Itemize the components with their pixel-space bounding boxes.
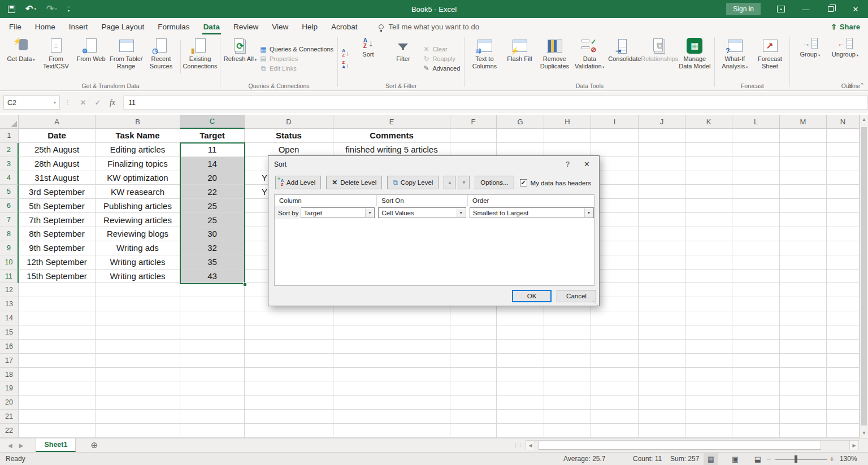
cell-L18[interactable] <box>732 368 780 382</box>
cell-D16[interactable] <box>245 340 333 354</box>
cell-L2[interactable] <box>732 143 780 157</box>
dialog-help-button[interactable]: ? <box>566 160 570 168</box>
status-count[interactable]: Count: 11 <box>633 455 662 463</box>
column-header-L[interactable]: L <box>732 115 780 129</box>
cell-M19[interactable] <box>780 381 827 396</box>
cell-A19[interactable] <box>19 381 96 396</box>
cell-M17[interactable] <box>780 354 827 368</box>
cell-M9[interactable] <box>780 241 827 255</box>
cell-K14[interactable] <box>685 311 732 325</box>
cell-J15[interactable] <box>639 325 685 340</box>
cell-C4[interactable]: 20 <box>180 171 245 185</box>
cell-L16[interactable] <box>732 340 780 354</box>
cell-C14[interactable] <box>180 311 245 325</box>
cell-J21[interactable] <box>639 410 685 424</box>
sort-descending-button[interactable]: ZA↓ <box>342 60 349 70</box>
cell-I2[interactable] <box>591 143 639 157</box>
tab-page-layout[interactable]: Page Layout <box>95 19 151 34</box>
sheet-nav-left-icon[interactable]: ◀ <box>8 442 12 449</box>
chevron-down-icon[interactable]: ▾ <box>54 100 56 105</box>
cell-A21[interactable] <box>19 410 96 424</box>
cell-H16[interactable] <box>544 340 591 354</box>
cell-N8[interactable] <box>827 227 860 241</box>
cell-K19[interactable] <box>685 381 732 396</box>
cell-E22[interactable] <box>333 424 450 438</box>
cell-H18[interactable] <box>544 368 591 382</box>
tab-scrollbar-splitter[interactable]: ⋮⋮ <box>513 442 522 448</box>
cell-N1[interactable] <box>827 129 860 143</box>
page-break-preview-button[interactable]: ⬓ <box>750 453 765 465</box>
cell-H14[interactable] <box>544 311 591 325</box>
cell-C20[interactable] <box>180 396 245 410</box>
cell-A6[interactable]: 5th September <box>19 199 96 213</box>
cell-K8[interactable] <box>685 227 732 241</box>
cell-B5[interactable]: KW reasearch <box>96 185 180 199</box>
cell-B10[interactable]: Writing articles <box>96 255 180 270</box>
row-header-4[interactable]: 4 <box>0 171 19 185</box>
cell-N22[interactable] <box>827 424 860 438</box>
tell-me-box[interactable]: Tell me what you want to do <box>379 23 479 31</box>
cell-J22[interactable] <box>639 424 685 438</box>
cell-M1[interactable] <box>780 129 827 143</box>
cell-A1[interactable]: Date <box>19 129 96 143</box>
cell-B19[interactable] <box>96 381 180 396</box>
cell-J18[interactable] <box>639 368 685 382</box>
row-header-15[interactable]: 15 <box>0 325 19 340</box>
select-all-button[interactable] <box>0 115 19 129</box>
cell-I15[interactable] <box>591 325 639 340</box>
column-header-J[interactable]: J <box>639 115 685 129</box>
tab-acrobat[interactable]: Acrobat <box>324 19 364 34</box>
cell-B2[interactable]: Editing articles <box>96 143 180 157</box>
cell-A16[interactable] <box>19 340 96 354</box>
cell-E19[interactable] <box>333 381 450 396</box>
cell-L3[interactable] <box>732 157 780 171</box>
cell-E14[interactable] <box>333 311 450 325</box>
new-sheet-button[interactable]: ⊕ <box>90 440 98 450</box>
cell-L22[interactable] <box>732 424 780 438</box>
cell-F20[interactable] <box>450 396 497 410</box>
horizontal-scrollbar[interactable]: ◀ ▶ <box>526 440 859 450</box>
cell-M16[interactable] <box>780 340 827 354</box>
cell-B6[interactable]: Publishing articles <box>96 199 180 213</box>
cell-M20[interactable] <box>780 396 827 410</box>
cell-I21[interactable] <box>591 410 639 424</box>
cell-D19[interactable] <box>245 381 333 396</box>
cell-B7[interactable]: Reviewing articles <box>96 213 180 227</box>
cell-J8[interactable] <box>639 227 685 241</box>
tab-data[interactable]: Data <box>197 19 227 34</box>
cell-M12[interactable] <box>780 283 827 297</box>
cell-K21[interactable] <box>685 410 732 424</box>
cell-G19[interactable] <box>497 381 544 396</box>
cell-L1[interactable] <box>732 129 780 143</box>
cell-A17[interactable] <box>19 354 96 368</box>
cell-B16[interactable] <box>96 340 180 354</box>
cell-A14[interactable] <box>19 311 96 325</box>
cell-N9[interactable] <box>827 241 860 255</box>
cell-G14[interactable] <box>497 311 544 325</box>
move-up-button[interactable]: ▲ <box>444 176 455 189</box>
cell-J14[interactable] <box>639 311 685 325</box>
cell-C10[interactable]: 35 <box>180 255 245 270</box>
cell-M5[interactable] <box>780 185 827 199</box>
cell-C8[interactable]: 30 <box>180 227 245 241</box>
zoom-slider-thumb[interactable] <box>795 455 797 463</box>
cell-N10[interactable] <box>827 255 860 270</box>
cell-J5[interactable] <box>639 185 685 199</box>
refresh-all-button[interactable]: ⟳Refresh All ▾ <box>223 36 258 66</box>
scroll-up-icon[interactable]: ▲ <box>860 115 868 124</box>
cell-B3[interactable]: Finalizing topics <box>96 157 180 171</box>
cell-B1[interactable]: Task Name <box>96 129 180 143</box>
cell-C22[interactable] <box>180 424 245 438</box>
cell-N14[interactable] <box>827 311 860 325</box>
ungroup-button[interactable]: ←Ungroup ▾ <box>827 36 862 61</box>
cell-F21[interactable] <box>450 410 497 424</box>
row-header-9[interactable]: 9 <box>0 241 19 255</box>
cell-A11[interactable]: 15th September <box>19 270 96 284</box>
restore-button[interactable] <box>818 0 843 18</box>
cell-N15[interactable] <box>827 325 860 340</box>
column-header-H[interactable]: H <box>544 115 591 129</box>
column-header-E[interactable]: E <box>333 115 450 129</box>
cell-C13[interactable] <box>180 297 245 311</box>
cell-K13[interactable] <box>685 297 732 311</box>
cell-N12[interactable] <box>827 283 860 297</box>
